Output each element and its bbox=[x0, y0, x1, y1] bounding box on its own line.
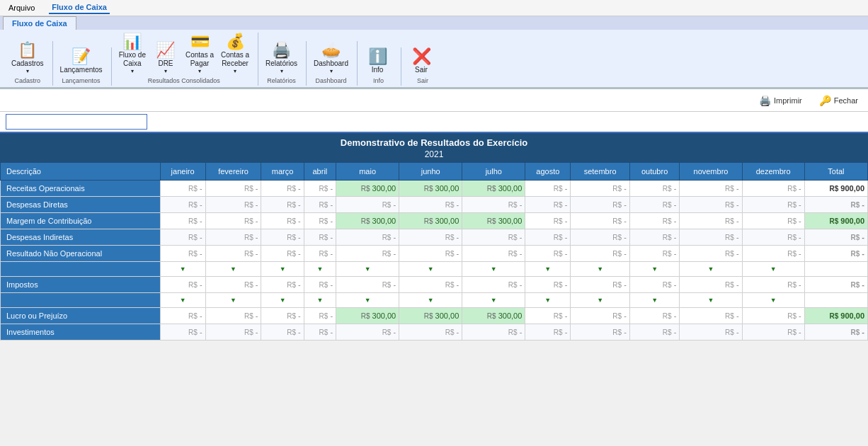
cell-value: R$ - bbox=[680, 324, 742, 341]
cell-value: R$ - bbox=[160, 181, 205, 197]
btn-dashboard[interactable]: 🥧 Dashboard ▾ bbox=[311, 41, 351, 76]
cell-value: R$ - bbox=[571, 277, 630, 293]
btn-contas-receber[interactable]: 💰 Contas aReceber ▾ bbox=[218, 33, 252, 76]
cell-value: R$ - bbox=[680, 308, 742, 324]
col-marco: março bbox=[261, 163, 304, 181]
btn-dre-label: DRE bbox=[158, 59, 173, 68]
cell-value: R$ - bbox=[304, 246, 336, 262]
cell-value: R$ - bbox=[680, 197, 742, 213]
cell-total: R$ - bbox=[804, 277, 867, 293]
btn-relatorios[interactable]: 🖨️ Relatórios ▾ bbox=[263, 41, 300, 76]
cell-value: R$ - bbox=[462, 197, 525, 213]
menu-arquivo[interactable]: Arquivo bbox=[6, 2, 38, 13]
group-label-sair: Sair bbox=[406, 77, 440, 84]
col-total: Total bbox=[804, 163, 867, 181]
cell-value: R$ - bbox=[261, 324, 304, 341]
btn-info-label: Info bbox=[372, 66, 384, 74]
group-label-relatorios: Relatórios bbox=[263, 77, 300, 84]
indicator-cell: ▼ bbox=[571, 293, 630, 308]
indicator-cell: ▼ bbox=[399, 262, 462, 277]
tab-fluxo-caixa[interactable]: Fluxo de Caixa bbox=[3, 16, 76, 30]
indicator-cell: ▼ bbox=[261, 293, 304, 308]
col-agosto: agosto bbox=[525, 163, 571, 181]
close-icon: 🔑 bbox=[819, 95, 831, 106]
cell-value: R$ - bbox=[525, 229, 571, 246]
indicator-cell: ▼ bbox=[304, 293, 336, 308]
cell-value: R$ - bbox=[571, 229, 630, 246]
row-label: Despesas Diretas bbox=[1, 197, 161, 213]
cell-value: R$ - bbox=[629, 213, 680, 229]
cell-value: R$ - bbox=[680, 277, 742, 293]
btn-dre[interactable]: 📈 DRE ▾ bbox=[150, 41, 181, 76]
sair-icon: ❌ bbox=[412, 49, 431, 64]
cell-value: R$ 300,00 bbox=[462, 308, 525, 324]
relatorios-icon: 🖨️ bbox=[272, 42, 291, 58]
cell-value: R$ - bbox=[261, 213, 304, 229]
row-label: Despesas Indiretas bbox=[1, 229, 161, 246]
cell-value: R$ - bbox=[629, 324, 680, 341]
btn-contas-pagar[interactable]: 💳 Contas aPagar ▾ bbox=[183, 33, 217, 76]
ribbon-group-lancamentos: 📝 Lançamentos Lançamentos bbox=[55, 47, 112, 86]
cell-value: R$ 300,00 bbox=[462, 213, 525, 229]
row-label: Receitas Operacionais bbox=[1, 181, 161, 197]
cell-value: R$ - bbox=[205, 277, 261, 293]
filter-bar bbox=[0, 112, 868, 133]
cell-total: R$ - bbox=[804, 246, 867, 262]
cell-value: R$ - bbox=[160, 229, 205, 246]
table-header-row: Descrição janeiro fevereiro março abril … bbox=[1, 163, 868, 181]
indicator-cell: ▼ bbox=[525, 262, 571, 277]
cell-value: R$ - bbox=[742, 324, 804, 341]
col-outubro: outubro bbox=[629, 163, 680, 181]
cell-value: R$ - bbox=[571, 324, 630, 341]
cell-value: R$ - bbox=[742, 246, 804, 262]
cell-value: R$ - bbox=[399, 324, 462, 341]
search-input[interactable] bbox=[6, 114, 147, 130]
cell-total: R$ - bbox=[804, 229, 867, 246]
cell-value: R$ - bbox=[742, 213, 804, 229]
cell-value: R$ - bbox=[525, 213, 571, 229]
cell-value: R$ - bbox=[462, 229, 525, 246]
row-label: Investimentos bbox=[1, 324, 161, 341]
cell-value: R$ - bbox=[205, 308, 261, 324]
menu-fluxo-caixa[interactable]: Fluxo de Caixa bbox=[49, 1, 110, 14]
print-button[interactable]: 🖨️ Imprimir bbox=[755, 93, 806, 108]
cell-total: R$ 900,00 bbox=[804, 181, 867, 197]
close-button[interactable]: 🔑 Fechar bbox=[815, 93, 862, 108]
indicator-cell: ▼ bbox=[742, 262, 804, 277]
row-label: Impostos bbox=[1, 277, 161, 293]
cell-value: R$ - bbox=[742, 308, 804, 324]
cell-value: R$ - bbox=[304, 277, 336, 293]
cell-value: R$ - bbox=[205, 324, 261, 341]
ribbon-group-resultados: 📊 Fluxo deCaixa ▾ 📈 DRE ▾ 💳 Contas aPaga… bbox=[113, 33, 258, 86]
indicator-cell: ▼ bbox=[462, 262, 525, 277]
cell-value: R$ - bbox=[304, 308, 336, 324]
ribbon-group-cadastro: 📋 Cadastros ▾ Cadastro bbox=[6, 41, 53, 86]
table-row: Receitas OperacionaisR$ -R$ -R$ -R$ -R$ … bbox=[1, 181, 868, 197]
dashboard-icon: 🥧 bbox=[321, 42, 341, 58]
cell-value: R$ - bbox=[742, 181, 804, 197]
btn-sair[interactable]: ❌ Sair bbox=[406, 47, 437, 76]
lancamentos-icon: 📝 bbox=[72, 49, 91, 64]
cell-value: R$ - bbox=[571, 181, 630, 197]
cell-value: R$ - bbox=[160, 246, 205, 262]
btn-dashboard-label: Dashboard bbox=[314, 59, 348, 68]
cell-value: R$ - bbox=[629, 229, 680, 246]
cell-value: R$ - bbox=[261, 246, 304, 262]
btn-lancamentos[interactable]: 📝 Lançamentos bbox=[57, 47, 105, 76]
ribbon-group-sair: ❌ Sair Sair bbox=[403, 47, 445, 86]
cell-value: R$ - bbox=[261, 181, 304, 197]
cell-value: R$ - bbox=[205, 213, 261, 229]
indicator-cell: ▼ bbox=[160, 293, 205, 308]
btn-fluxo-caixa[interactable]: 📊 Fluxo deCaixa ▾ bbox=[116, 33, 149, 76]
btn-cadastros[interactable]: 📋 Cadastros ▾ bbox=[8, 41, 47, 76]
cell-value: R$ - bbox=[742, 229, 804, 246]
indicator-cell: ▼ bbox=[462, 293, 525, 308]
col-abril: abril bbox=[304, 163, 336, 181]
cell-value: R$ - bbox=[336, 246, 399, 262]
cell-value: R$ - bbox=[680, 181, 742, 197]
cell-value: R$ - bbox=[462, 324, 525, 341]
ribbon-tabs: Fluxo de Caixa bbox=[0, 16, 868, 30]
table-row: Lucro ou PrejuízoR$ -R$ -R$ -R$ -R$ 300,… bbox=[1, 308, 868, 324]
btn-info[interactable]: ℹ️ Info bbox=[362, 47, 393, 76]
cell-value: R$ - bbox=[680, 213, 742, 229]
